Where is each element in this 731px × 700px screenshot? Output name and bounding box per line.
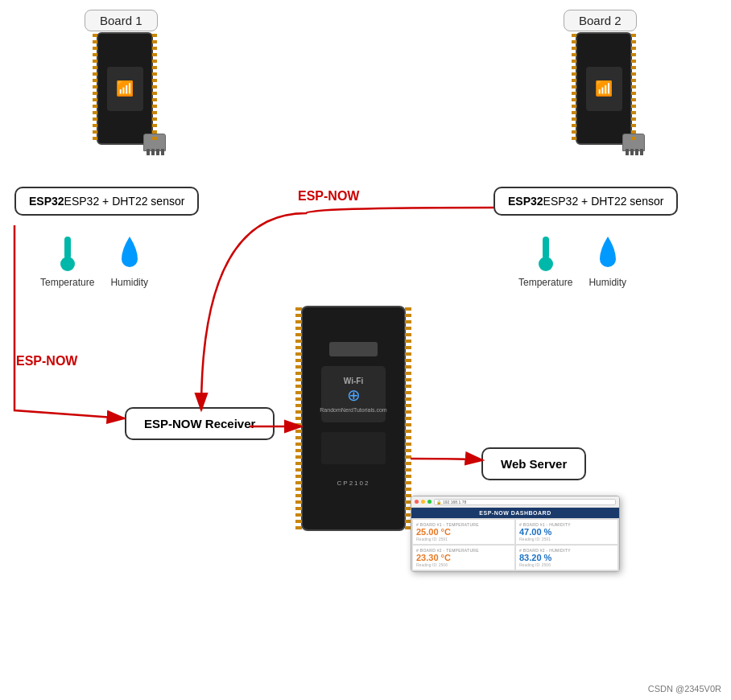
board1-info-box: ESP32ESP32 + DHT22 sensor <box>14 187 199 216</box>
cp2102-label: CP2102 <box>337 480 370 487</box>
wifi-label: Wi-Fi <box>344 377 363 385</box>
board2-hum-cell: # BOARD #2 - HUMIDITY 83.20 % Reading ID… <box>516 546 617 570</box>
board1-dht-sensor <box>143 134 166 151</box>
watermark: CSDN @2345V0R <box>648 684 721 694</box>
board1-label: Board 1 <box>85 10 158 31</box>
central-lower-chip <box>321 432 386 464</box>
browser-bar: 🔒 192.168.1.78 <box>411 496 619 508</box>
board1-temp-label: Temperature <box>40 277 94 288</box>
browser-max-dot <box>427 500 432 504</box>
brand-text: RandomNerdTutorials.com <box>320 407 386 413</box>
board1-humidity-icon <box>115 233 144 274</box>
board2-humidity-icon <box>593 233 622 274</box>
board2-thermometer-icon <box>531 233 560 274</box>
board2-wifi-icon: 📶 <box>595 80 613 97</box>
board1-thermometer-icon <box>53 233 82 274</box>
board2-hum-cell-value: 83.20 % <box>519 553 614 562</box>
board2-label: Board 2 <box>564 10 637 31</box>
board1-temp-cell: # BOARD #1 - TEMPERATURE 25.00 °C Readin… <box>413 520 514 544</box>
svg-rect-5 <box>544 251 547 266</box>
dashboard-grid: # BOARD #1 - TEMPERATURE 25.00 °C Readin… <box>411 518 619 571</box>
board2-sensors: Temperature Humidity <box>518 233 626 288</box>
board1-temp-reading: Reading ID: 2591 <box>416 537 511 541</box>
dashboard-title: ESP-NOW DASHBOARD <box>411 508 619 518</box>
board1-temp-cell-value: 25.00 °C <box>416 527 511 537</box>
board2-temp-sensor: Temperature <box>518 233 572 288</box>
board1-humidity-sensor: Humidity <box>110 233 148 288</box>
browser-min-dot <box>421 500 425 504</box>
browser-url-bar: 🔒 192.168.1.78 <box>434 499 616 505</box>
svg-rect-2 <box>66 251 69 266</box>
board2-temp-reading: Reading ID: 2506 <box>416 562 511 567</box>
board2-esp32-bold: ESP32 <box>508 195 543 208</box>
board2-esp32: 📶 <box>576 32 632 145</box>
board1-hum-cell-value: 47.00 % <box>519 527 614 537</box>
central-chip-main: Wi-Fi ⊕ RandomNerdTutorials.com <box>321 366 386 422</box>
board1-temp-sensor: Temperature <box>40 233 94 288</box>
browser-url-icon: 🔒 <box>436 500 441 504</box>
board1-esp32-bold: ESP32 <box>29 195 64 208</box>
wifi-circle-icon: ⊕ <box>347 385 361 405</box>
esp-now-top-label: ESP-NOW <box>298 189 359 204</box>
board1-esp32: 📶 <box>97 32 153 145</box>
central-chip-top <box>329 342 378 356</box>
board2-temp-label: Temperature <box>518 277 572 288</box>
board2-hum-reading: Reading ID: 2506 <box>519 562 614 567</box>
board1-hum-cell: # BOARD #1 - HUMIDITY 47.00 % Reading ID… <box>516 520 617 544</box>
board1-wifi-icon: 📶 <box>116 80 134 97</box>
central-esp32-board: Wi-Fi ⊕ RandomNerdTutorials.com CP2102 <box>301 306 341 330</box>
board2-humidity-label: Humidity <box>589 277 626 288</box>
board2-humidity-sensor: Humidity <box>589 233 626 288</box>
board1-sensors: Temperature Humidity <box>40 233 148 288</box>
browser-url-text: 192.168.1.78 <box>443 500 466 504</box>
receiver-box: ESP-NOW Receiver <box>125 407 275 440</box>
board1-hum-reading: Reading ID: 2591 <box>519 537 614 541</box>
central-chip-label-area: CP2102 <box>317 471 390 495</box>
central-to-webserver-arrow <box>411 459 483 460</box>
board2-dht-sensor <box>622 134 645 151</box>
board2-temp-cell-value: 23.30 °C <box>416 553 511 562</box>
board2-info-box: ESP32ESP32 + DHT22 sensor <box>494 187 678 216</box>
webserver-box: Web Server <box>481 447 586 480</box>
board2-temp-cell: # BOARD #2 - TEMPERATURE 23.30 °C Readin… <box>413 546 514 570</box>
esp-now-left-label: ESP-NOW <box>16 354 77 369</box>
dashboard-mini: 🔒 192.168.1.78 ESP-NOW DASHBOARD # BOARD… <box>411 496 620 572</box>
board1-humidity-label: Humidity <box>110 277 148 288</box>
browser-close-dot <box>415 500 419 504</box>
